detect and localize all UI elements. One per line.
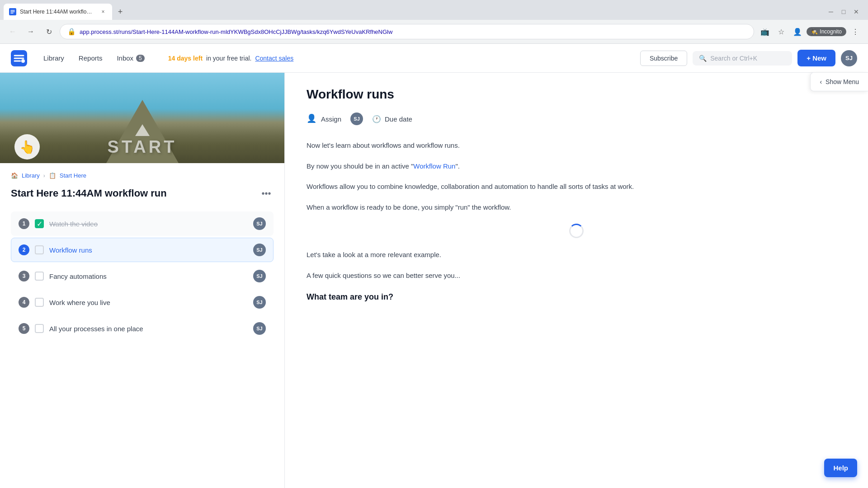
show-menu-label: Show Menu: [826, 78, 859, 85]
content-paragraph-6: A few quick questions so we can better s…: [307, 270, 846, 282]
menu-button[interactable]: ⋮: [848, 24, 863, 39]
content-paragraph-3: Workflows allow you to combine knowledge…: [307, 181, 846, 192]
workflow-run-header: Start Here 11:44AM workflow run •••: [11, 186, 274, 201]
task-number: 5: [19, 323, 29, 334]
due-date-button[interactable]: 🕐 Due date: [372, 115, 412, 123]
library-breadcrumb[interactable]: Library: [22, 172, 40, 179]
task-item[interactable]: 1 ✓ Watch the video SJ: [11, 211, 274, 236]
task-avatar: SJ: [253, 244, 266, 256]
refresh-button[interactable]: ↻: [42, 24, 56, 39]
spinner: [569, 224, 584, 238]
task-list: 1 ✓ Watch the video SJ 2 Workflow runs S…: [11, 211, 274, 341]
task-checkbox[interactable]: ✓: [35, 219, 44, 228]
task-item[interactable]: 5 All your processes in one place SJ: [11, 316, 274, 341]
contact-sales-link[interactable]: Contact sales: [255, 55, 293, 62]
task-checkbox[interactable]: [35, 324, 44, 333]
content-body: Now let's learn about workflows and work…: [307, 140, 846, 304]
task-item[interactable]: 4 Work where you live SJ: [11, 290, 274, 314]
workflow-icon: 👆: [14, 134, 40, 160]
browser-actions: 📺 ☆ 👤 🕵️ Incognito ⋮: [758, 24, 863, 39]
template-breadcrumb[interactable]: Start Here: [60, 172, 86, 179]
app-container: Library Reports Inbox 5 14 days left in …: [0, 44, 868, 488]
url-text: app.process.st/runs/Start-Here-1144AM-wo…: [80, 28, 746, 35]
template-icon: 📋: [49, 172, 56, 179]
maximize-button[interactable]: □: [839, 7, 848, 16]
task-avatar: SJ: [253, 296, 266, 309]
breadcrumb: 🏠 Library › 📋 Start Here: [11, 172, 274, 179]
task-name: Workflow runs: [49, 246, 248, 254]
task-checkbox[interactable]: [35, 245, 44, 254]
minimize-button[interactable]: ─: [826, 7, 835, 16]
more-options-button[interactable]: •••: [259, 186, 274, 201]
more-icon: •••: [261, 188, 271, 199]
new-button[interactable]: + New: [797, 50, 835, 66]
chevron-left-icon: ‹: [820, 78, 822, 85]
bookmark-button[interactable]: ☆: [774, 24, 788, 39]
content-paragraph-5: Let's take a look at a more relevant exa…: [307, 249, 846, 261]
inbox-badge: 5: [136, 55, 145, 62]
tab-favicon: [9, 8, 16, 15]
main-content: START 👆 🏠 Library › 📋 Start Here Start H…: [0, 73, 868, 488]
workflow-run-title: Start Here 11:44AM workflow run: [11, 188, 167, 199]
nav-right: Subscribe 🔍 Search or Ctrl+K + New SJ: [640, 50, 857, 66]
task-number: 2: [19, 244, 29, 255]
assign-button[interactable]: 👤 Assign: [307, 113, 341, 124]
task-item[interactable]: 2 Workflow runs SJ: [11, 238, 274, 262]
back-button[interactable]: ←: [5, 24, 20, 39]
search-bar[interactable]: 🔍 Search or Ctrl+K: [693, 51, 792, 66]
breadcrumb-separator: ›: [43, 173, 45, 179]
task-checkbox[interactable]: [35, 272, 44, 281]
home-icon: 🏠: [11, 172, 18, 179]
user-avatar[interactable]: SJ: [841, 50, 857, 66]
left-panel: START 👆 🏠 Library › 📋 Start Here Start H…: [0, 73, 285, 488]
task-avatar: SJ: [253, 270, 266, 282]
task-number: 4: [19, 297, 29, 308]
search-placeholder: Search or Ctrl+K: [710, 55, 757, 62]
inbox-label: Inbox: [117, 54, 133, 62]
lock-icon: 🔒: [67, 28, 76, 36]
task-detail-title: Workflow runs: [307, 87, 846, 102]
show-menu-button[interactable]: ‹ Show Menu: [810, 73, 868, 91]
help-button[interactable]: Help: [824, 459, 857, 477]
address-bar-row: ← → ↻ 🔒 app.process.st/runs/Start-Here-1…: [0, 20, 868, 43]
person-icon: 👤: [307, 113, 317, 124]
task-item[interactable]: 3 Fancy automations SJ: [11, 264, 274, 288]
subscribe-button[interactable]: Subscribe: [640, 51, 687, 66]
question-title: What team are you in?: [307, 290, 846, 304]
tab-bar: Start Here 11:44AM workflow run... × + ─…: [0, 0, 868, 20]
task-avatar: SJ: [253, 322, 266, 335]
trial-days-text: 14 days left: [168, 55, 203, 62]
active-tab[interactable]: Start Here 11:44AM workflow run... ×: [4, 4, 112, 20]
incognito-label: Incognito: [820, 28, 842, 35]
new-tab-button[interactable]: +: [114, 5, 127, 18]
search-icon: 🔍: [699, 55, 707, 62]
forward-button[interactable]: →: [24, 24, 38, 39]
tab-title: Start Here 11:44AM workflow run...: [20, 9, 96, 15]
library-nav-link[interactable]: Library: [38, 51, 70, 66]
loading-spinner: [307, 224, 846, 238]
profile-button[interactable]: 👤: [790, 24, 805, 39]
task-number: 3: [19, 271, 29, 282]
top-nav: Library Reports Inbox 5 14 days left in …: [0, 44, 868, 73]
left-panel-content: 🏠 Library › 📋 Start Here Start Here 11:4…: [0, 163, 284, 350]
task-actions: 👤 Assign SJ 🕐 Due date: [307, 113, 846, 125]
workflow-run-link[interactable]: Workflow Run: [413, 162, 455, 170]
close-window-button[interactable]: ✕: [852, 7, 861, 16]
start-text: START: [108, 137, 177, 157]
incognito-badge: 🕵️ Incognito: [807, 27, 846, 36]
svg-point-2: [21, 59, 25, 63]
inbox-nav-link[interactable]: Inbox 5: [111, 51, 150, 66]
cast-button[interactable]: 📺: [758, 24, 772, 39]
nav-links: Library Reports Inbox 5: [38, 51, 150, 66]
app-logo[interactable]: [11, 50, 27, 66]
task-name: Work where you live: [49, 299, 248, 306]
hero-image: START 👆: [0, 73, 284, 163]
tab-close-button[interactable]: ×: [99, 8, 107, 15]
trial-banner: 14 days left in your free trial. Contact…: [168, 55, 293, 62]
task-name: Watch the video: [49, 220, 248, 228]
address-bar[interactable]: 🔒 app.process.st/runs/Start-Here-1144AM-…: [60, 24, 754, 39]
task-name: All your processes in one place: [49, 325, 248, 333]
assignee-avatar[interactable]: SJ: [350, 113, 363, 125]
reports-nav-link[interactable]: Reports: [73, 51, 108, 66]
task-checkbox[interactable]: [35, 298, 44, 307]
